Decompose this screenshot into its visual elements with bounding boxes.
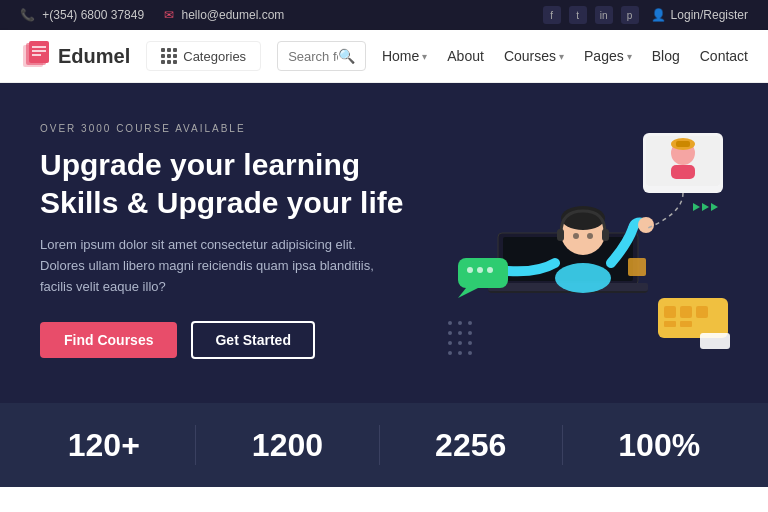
phone-info: 📞 +(354) 6800 37849: [20, 8, 144, 22]
svg-rect-50: [628, 258, 646, 276]
svg-point-42: [458, 331, 462, 335]
stat-number-1: 1200: [252, 427, 323, 464]
stat-number-3: 100%: [618, 427, 700, 464]
svg-point-16: [587, 233, 593, 239]
nav-blog[interactable]: Blog: [652, 48, 680, 64]
phone-number: +(354) 6800 37849: [42, 8, 144, 22]
logo-icon: [20, 40, 52, 72]
categories-label: Categories: [183, 49, 246, 64]
hero-title-line1: Upgrade your learning: [40, 148, 360, 181]
hero-title: Upgrade your learning Skills & Upgrade y…: [40, 146, 403, 221]
svg-point-15: [573, 233, 579, 239]
linkedin-icon[interactable]: in: [595, 6, 613, 24]
stat-satisfaction: 100%: [618, 427, 700, 464]
chevron-down-icon: ▾: [422, 51, 427, 62]
hero-buttons: Find Courses Get Started: [40, 321, 403, 359]
search-input[interactable]: [288, 49, 338, 64]
logo[interactable]: Edumel: [20, 40, 130, 72]
hero-description: Lorem ipsum dolor sit amet consectetur a…: [40, 235, 400, 297]
chevron-down-icon: ▾: [559, 51, 564, 62]
svg-rect-33: [664, 321, 676, 327]
svg-rect-28: [676, 141, 690, 147]
svg-point-19: [467, 267, 473, 273]
chevron-down-icon: ▾: [627, 51, 632, 62]
svg-point-49: [468, 351, 472, 355]
hero-content: Over 3000 Course Available Upgrade your …: [40, 123, 403, 359]
svg-marker-36: [702, 203, 709, 211]
logo-text: Edumel: [58, 45, 130, 68]
search-icon[interactable]: 🔍: [338, 48, 355, 64]
stat-courses: 1200: [252, 427, 323, 464]
pinterest-icon[interactable]: p: [621, 6, 639, 24]
nav-courses[interactable]: Courses ▾: [504, 48, 564, 64]
svg-marker-22: [458, 288, 478, 298]
get-started-button[interactable]: Get Started: [191, 321, 314, 359]
svg-rect-26: [671, 165, 695, 179]
svg-point-20: [477, 267, 483, 273]
nav-home[interactable]: Home ▾: [382, 48, 427, 64]
email-icon: ✉: [164, 8, 174, 22]
login-label: Login/Register: [671, 8, 748, 22]
nav-pages[interactable]: Pages ▾: [584, 48, 632, 64]
search-box[interactable]: 🔍: [277, 41, 366, 71]
stats-bar: 120+ 1200 2256 100%: [0, 403, 768, 487]
nav-about[interactable]: About: [447, 48, 484, 64]
email-info: ✉ hello@edumel.com: [164, 8, 284, 22]
hero-section: Over 3000 Course Available Upgrade your …: [0, 83, 768, 403]
svg-point-44: [448, 341, 452, 345]
stat-divider-1: [195, 425, 196, 465]
hero-illustration: [428, 103, 738, 393]
email-address: hello@edumel.com: [181, 8, 284, 22]
svg-marker-37: [711, 203, 718, 211]
svg-rect-18: [458, 258, 508, 288]
svg-point-43: [468, 331, 472, 335]
svg-point-21: [487, 267, 493, 273]
header: Edumel Categories 🔍 Home ▾ About Courses…: [0, 30, 768, 83]
svg-rect-30: [664, 306, 676, 318]
hero-tag: Over 3000 Course Available: [40, 123, 403, 134]
find-courses-button[interactable]: Find Courses: [40, 322, 177, 358]
main-nav: Home ▾ About Courses ▾ Pages ▾ Blog Cont…: [382, 48, 748, 64]
stat-students: 2256: [435, 427, 506, 464]
svg-marker-35: [693, 203, 700, 211]
stat-number-2: 2256: [435, 427, 506, 464]
categories-button[interactable]: Categories: [146, 41, 261, 71]
grid-icon: [161, 48, 177, 64]
svg-point-48: [458, 351, 462, 355]
phone-icon: 📞: [20, 8, 35, 22]
svg-point-40: [468, 321, 472, 325]
svg-rect-14: [602, 229, 609, 241]
svg-point-10: [555, 263, 611, 293]
svg-point-41: [448, 331, 452, 335]
stat-divider-2: [379, 425, 380, 465]
login-register-button[interactable]: 👤 Login/Register: [651, 8, 748, 22]
stat-number-0: 120+: [68, 427, 140, 464]
svg-point-38: [448, 321, 452, 325]
topbar-contact: 📞 +(354) 6800 37849 ✉ hello@edumel.com: [20, 8, 284, 22]
svg-point-39: [458, 321, 462, 325]
svg-point-17: [638, 217, 654, 233]
stat-instructors: 120+: [68, 427, 140, 464]
svg-rect-13: [557, 229, 564, 241]
topbar: 📞 +(354) 6800 37849 ✉ hello@edumel.com f…: [0, 0, 768, 30]
svg-point-46: [468, 341, 472, 345]
facebook-icon[interactable]: f: [543, 6, 561, 24]
topbar-right: f t in p 👤 Login/Register: [543, 6, 748, 24]
svg-rect-32: [696, 306, 708, 318]
svg-rect-31: [680, 306, 692, 318]
svg-rect-34: [680, 321, 692, 327]
svg-rect-51: [700, 333, 730, 349]
user-icon: 👤: [651, 8, 666, 22]
nav-contact[interactable]: Contact: [700, 48, 748, 64]
twitter-icon[interactable]: t: [569, 6, 587, 24]
svg-rect-2: [29, 41, 49, 63]
hero-title-line2: Skills & Upgrade your life: [40, 186, 403, 219]
stat-divider-3: [562, 425, 563, 465]
social-icons: f t in p: [543, 6, 639, 24]
svg-point-47: [448, 351, 452, 355]
svg-point-45: [458, 341, 462, 345]
